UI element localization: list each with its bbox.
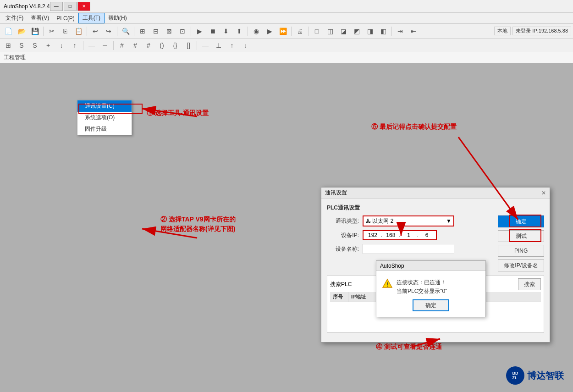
stop-btn[interactable]: ⏹	[206, 25, 219, 37]
autoshop-dialog-titlebar: AutoShop	[376, 261, 485, 271]
sep-t2-1	[83, 41, 83, 50]
menu-bar: 文件(F) 查看(V) PLC(P) 工具(T) 帮助(H)	[0, 13, 573, 24]
menu-help[interactable]: 帮助(H)	[105, 13, 131, 23]
close-button[interactable]: ✕	[77, 2, 90, 11]
logo-icon: BDZL	[506, 366, 524, 385]
comm-type-row: 通讯类型: 🖧 以太网 2 ▼	[327, 215, 490, 226]
t13[interactable]: ◨	[364, 25, 376, 37]
ip-octet-4[interactable]	[419, 232, 434, 238]
menu-sys-options[interactable]: 系统选项(O)	[77, 112, 132, 123]
t3[interactable]: ⊠	[163, 25, 176, 37]
search-btn[interactable]: 🔍	[119, 25, 132, 37]
t1[interactable]: ⊞	[136, 25, 149, 37]
save-btn[interactable]: 💾	[28, 25, 41, 37]
ul-btn[interactable]: ⬆	[233, 25, 246, 37]
ip-octet-1[interactable]	[365, 232, 380, 238]
sep1	[43, 27, 44, 36]
t12[interactable]: ◩	[350, 25, 363, 37]
sep4	[134, 27, 134, 36]
menu-view[interactable]: 查看(V)	[27, 13, 53, 23]
t6[interactable]: ▶	[263, 25, 276, 37]
menu-plc[interactable]: PLC(P)	[53, 14, 78, 22]
t2-2[interactable]: S	[15, 39, 28, 51]
t2[interactable]: ⊟	[149, 25, 162, 37]
autoshop-confirm-button[interactable]: 确定	[413, 299, 449, 311]
logo-watermark: BDZL 博达智联	[506, 366, 564, 385]
menu-file[interactable]: 文件(F)	[2, 13, 27, 23]
comm-type-select[interactable]: 🖧 以太网 2 ▼	[363, 215, 454, 226]
menu-tools[interactable]: 工具(T)	[78, 13, 105, 23]
t2-12[interactable]: ()	[155, 39, 168, 51]
menu-firmware[interactable]: 固件升级	[77, 123, 132, 135]
t2-13[interactable]: {}	[169, 39, 182, 51]
modify-ip-button[interactable]: 修改IP/设备名	[498, 259, 544, 271]
t2-11[interactable]: #	[142, 39, 155, 51]
t11[interactable]: ◪	[337, 25, 350, 37]
confirm-button[interactable]: 确定	[498, 215, 544, 227]
local-badge: 本地	[494, 27, 511, 35]
login-btn[interactable]: ⇥	[394, 25, 407, 37]
sep6	[248, 27, 248, 36]
annotation-step1: ① 选择工具-通讯设置	[147, 109, 209, 117]
col-seq-header: 序号	[330, 292, 348, 302]
test-button[interactable]: 测试	[498, 230, 544, 242]
t2-7[interactable]: —	[85, 39, 98, 51]
minimize-button[interactable]: —	[50, 2, 63, 11]
t2-4[interactable]: +	[42, 39, 55, 51]
search-button[interactable]: 搜索	[518, 278, 541, 290]
t2-10[interactable]: #	[129, 39, 142, 51]
comm-dialog-title: 通讯设置	[325, 189, 347, 197]
menu-comm-settings[interactable]: 通讯设置(C)	[77, 100, 132, 112]
device-name-row: 设备名称:	[327, 244, 490, 254]
project-panel-label: 工程管理	[4, 54, 26, 61]
device-ip-input: . . .	[363, 230, 437, 240]
t10[interactable]: ◫	[324, 25, 336, 37]
t2-15[interactable]: —	[199, 39, 212, 51]
sep-t2-3	[197, 41, 197, 50]
dialog-right-buttons: 确定 测试 PING 修改IP/设备名	[498, 215, 544, 271]
ping-button[interactable]: PING	[498, 245, 544, 257]
warning-text: 连接状态：已连通！ 当前PLC交替显示"0"	[397, 278, 447, 296]
t2-9[interactable]: #	[116, 39, 128, 51]
ip-octet-2[interactable]	[383, 232, 398, 238]
paste-btn[interactable]: 📋	[72, 25, 85, 37]
redo-btn[interactable]: ↪	[102, 25, 115, 37]
new-btn[interactable]: 📄	[2, 25, 15, 37]
t7[interactable]: ⏩	[276, 25, 289, 37]
project-panel: 工程管理	[0, 52, 573, 63]
t2-16[interactable]: ⊥	[212, 39, 225, 51]
ip-octet-3[interactable]	[402, 232, 416, 238]
t2-17[interactable]: ↑	[226, 39, 238, 51]
search-plc-label: 搜索PLC	[330, 281, 352, 288]
status-badge: 未登录 IP:192.168.5.88	[512, 27, 571, 35]
t2-3[interactable]: S	[28, 39, 41, 51]
main-toolbar: 📄 📂 💾 ✂ ⎘ 📋 ↩ ↪ 🔍 ⊞ ⊟ ⊠ ⊡ ▶ ⏹ ⬇ ⬆ ◉ ▶ ⏩ …	[0, 24, 573, 39]
cut-btn[interactable]: ✂	[45, 25, 58, 37]
t9[interactable]: □	[310, 25, 323, 37]
t2-1[interactable]: ⊞	[2, 39, 15, 51]
run-btn[interactable]: ▶	[193, 25, 206, 37]
comm-dialog-titlebar: 通讯设置 ✕	[321, 188, 550, 199]
logout-btn[interactable]: ⇤	[407, 25, 420, 37]
t2-8[interactable]: ⊣	[99, 39, 111, 51]
open-btn[interactable]: 📂	[15, 25, 28, 37]
t4[interactable]: ⊡	[176, 25, 189, 37]
t5[interactable]: ◉	[250, 25, 263, 37]
device-name-label: 设备名称:	[327, 245, 359, 253]
t8[interactable]: 🖨	[293, 25, 306, 37]
t14[interactable]: ◧	[377, 25, 390, 37]
tools-dropdown: 通讯设置(C) 系统选项(O) 固件升级	[77, 100, 132, 135]
warning-icon: !	[382, 278, 393, 289]
t2-6[interactable]: ↑	[68, 39, 81, 51]
device-name-input[interactable]	[363, 244, 454, 254]
copy-btn[interactable]: ⎘	[59, 25, 72, 37]
annotation-step2: ② 选择TAP V9网卡所在的 网络适配器名称(详见下图)	[160, 215, 236, 234]
t2-5[interactable]: ↓	[55, 39, 68, 51]
sep9	[391, 27, 392, 36]
comm-dialog-close[interactable]: ✕	[541, 190, 546, 196]
dl-btn[interactable]: ⬇	[220, 25, 232, 37]
t2-14[interactable]: []	[182, 39, 195, 51]
undo-btn[interactable]: ↩	[89, 25, 102, 37]
t2-18[interactable]: ↓	[239, 39, 252, 51]
maximize-button[interactable]: □	[64, 2, 77, 11]
